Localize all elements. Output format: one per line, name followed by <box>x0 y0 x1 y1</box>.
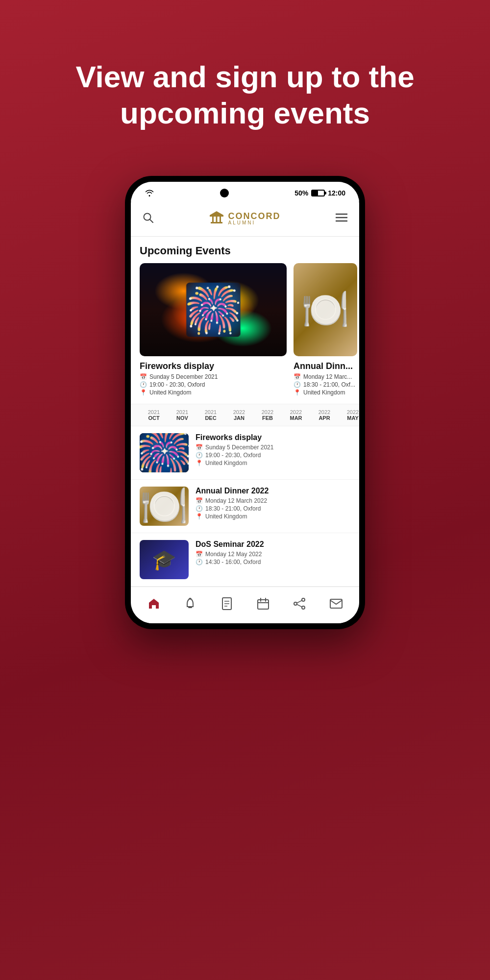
status-bar: 50% 12:00 <box>131 182 359 201</box>
card-title-dinner: Annual Dinn... <box>294 361 357 371</box>
battery-fill <box>312 191 318 196</box>
phone-mockup: 50% 12:00 <box>125 176 365 629</box>
svg-line-1 <box>150 220 153 222</box>
clock-icon: 🕐 <box>140 381 147 388</box>
list-location-text-dinner: United Kingdom <box>205 513 247 520</box>
timeline-year-4: 2022 <box>262 409 273 415</box>
logo-text: CONCORD ALUMNI <box>228 212 281 225</box>
list-date-text-dinner: Monday 12 March 2022 <box>205 497 267 504</box>
card-title-fireworks: Fireworks display <box>140 361 287 371</box>
svg-rect-3 <box>210 215 223 217</box>
list-date-text-seminar: Monday 12 May 2022 <box>205 551 262 558</box>
timeline-month-1: NOV <box>176 415 188 421</box>
list-seminar-image <box>140 540 189 579</box>
list-calendar-icon-3: 📅 <box>196 551 203 558</box>
list-clock-icon-2: 🕐 <box>196 505 203 512</box>
list-event-title-seminar: DoS Seminar 2022 <box>196 540 350 549</box>
timeline-year-7: 2022 <box>347 409 359 415</box>
list-dinner-image <box>140 487 189 526</box>
card-time-text-dinner: 18:30 - 21:00, Oxf... <box>303 381 355 388</box>
app-logo: CONCORD ALUMNI <box>209 209 281 228</box>
svg-rect-6 <box>220 217 221 222</box>
timeline-month-7: MAY <box>347 415 358 421</box>
calendar-icon-2: 📅 <box>294 373 301 380</box>
timeline-item-3[interactable]: 2022 JAN <box>225 409 253 421</box>
timeline-bar[interactable]: 2021 OCT 2021 NOV 2021 DEC 2022 JAN 2022 <box>131 404 359 426</box>
list-event-dinner[interactable]: Annual Dinner 2022 📅 Monday 12 March 202… <box>131 480 359 533</box>
phone-outer: 50% 12:00 <box>125 176 365 629</box>
list-time-text-fireworks: 19:00 - 20:30, Oxford <box>205 452 261 459</box>
nav-home[interactable] <box>144 594 164 613</box>
timeline-item-0[interactable]: 2021 OCT <box>140 409 168 421</box>
logo-name: CONCORD <box>228 212 281 220</box>
nav-share[interactable] <box>290 594 309 613</box>
battery-percent: 50% <box>294 189 308 197</box>
nav-document[interactable] <box>217 594 237 613</box>
card-location-dinner: 📍 United Kingdom <box>294 389 357 396</box>
hero-title: View and sign up to the upcoming events <box>0 0 490 171</box>
dinner-visual <box>294 263 357 356</box>
timeline-month-5: MAR <box>290 415 302 421</box>
timeline-month-0: OCT <box>148 415 159 421</box>
card-date-text-dinner: Monday 12 Marc... <box>303 373 352 380</box>
list-time-text-seminar: 14:30 - 16:00, Oxford <box>205 559 261 565</box>
timeline-month-6: APR <box>318 415 330 421</box>
list-event-fireworks[interactable]: Fireworks display 📅 Sunday 5 December 20… <box>131 426 359 480</box>
timeline-year-0: 2021 <box>148 409 160 415</box>
svg-rect-5 <box>216 217 217 222</box>
list-event-time-seminar: 🕐 14:30 - 16:00, Oxford <box>196 559 350 565</box>
list-event-time-fireworks: 🕐 19:00 - 20:30, Oxford <box>196 452 350 459</box>
timeline-item-7[interactable]: 2022 MAY <box>339 409 359 421</box>
app-header: CONCORD ALUMNI <box>131 201 359 237</box>
list-seminar-visual <box>140 540 189 579</box>
list-dinner-visual <box>140 487 189 526</box>
timeline-year-6: 2022 <box>318 409 330 415</box>
hero-section: View and sign up to the upcoming events <box>0 0 490 171</box>
card-time-dinner: 🕐 18:30 - 21:00, Oxf... <box>294 381 357 388</box>
timeline-year-3: 2022 <box>233 409 245 415</box>
timeline-item-5[interactable]: 2022 MAR <box>282 409 310 421</box>
svg-point-21 <box>302 598 305 601</box>
list-fireworks-visual <box>140 433 189 472</box>
svg-point-23 <box>294 602 297 605</box>
nav-mail[interactable] <box>326 594 346 613</box>
list-calendar-icon-2: 📅 <box>196 497 203 504</box>
list-date-text-fireworks: Sunday 5 December 2021 <box>205 444 273 451</box>
search-button[interactable] <box>143 212 153 225</box>
list-pin-icon: 📍 <box>196 460 203 466</box>
list-fireworks-image <box>140 433 189 472</box>
card-date-dinner: 📅 Monday 12 Marc... <box>294 373 357 380</box>
svg-marker-7 <box>210 211 223 215</box>
timeline-item-1[interactable]: 2021 NOV <box>168 409 196 421</box>
logo-sub: ALUMNI <box>228 220 281 225</box>
svg-rect-2 <box>211 222 222 223</box>
timeline-item-4[interactable]: 2022 FEB <box>253 409 282 421</box>
list-fireworks-info: Fireworks display 📅 Sunday 5 December 20… <box>196 433 350 467</box>
list-seminar-info: DoS Seminar 2022 📅 Monday 12 May 2022 🕐 … <box>196 540 350 566</box>
nav-calendar[interactable] <box>253 594 273 613</box>
svg-rect-4 <box>212 217 214 222</box>
svg-point-12 <box>189 598 191 600</box>
menu-button[interactable] <box>336 213 347 224</box>
svg-rect-11 <box>188 607 192 608</box>
list-event-location-dinner: 📍 United Kingdom <box>196 513 350 520</box>
pin-icon: 📍 <box>140 389 147 396</box>
nav-notifications[interactable] <box>180 594 200 613</box>
timeline-item-2[interactable]: 2021 DEC <box>196 409 225 421</box>
list-clock-icon: 🕐 <box>196 452 203 459</box>
list-calendar-icon: 📅 <box>196 444 203 451</box>
event-card-fireworks[interactable]: Fireworks display 📅 Sunday 5 December 20… <box>140 263 287 397</box>
pin-icon-2: 📍 <box>294 389 301 396</box>
event-card-dinner[interactable]: Annual Dinn... 📅 Monday 12 Marc... 🕐 18:… <box>294 263 357 397</box>
timeline-item-6[interactable]: 2022 APR <box>310 409 339 421</box>
timeline-year-2: 2021 <box>205 409 217 415</box>
fireworks-card-image <box>140 263 287 356</box>
card-location-fireworks: 📍 United Kingdom <box>140 389 287 396</box>
svg-line-24 <box>297 600 302 603</box>
svg-rect-17 <box>258 600 269 609</box>
card-location-text-fireworks: United Kingdom <box>149 389 191 396</box>
timeline-month-2: DEC <box>205 415 216 421</box>
front-camera <box>220 189 229 197</box>
list-event-seminar[interactable]: DoS Seminar 2022 📅 Monday 12 May 2022 🕐 … <box>131 533 359 587</box>
card-date-fireworks: 📅 Sunday 5 December 2021 <box>140 373 287 380</box>
